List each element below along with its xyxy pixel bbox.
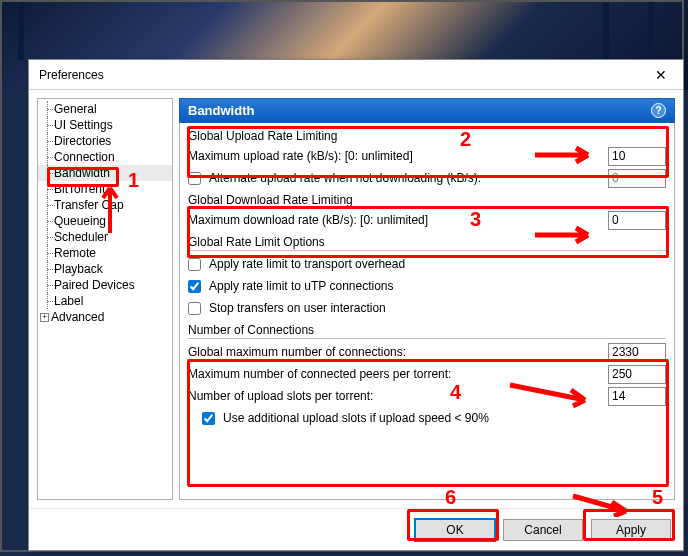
slots-input[interactable] bbox=[608, 387, 666, 406]
alt-upload-input bbox=[608, 169, 666, 188]
slots-label: Number of upload slots per torrent: bbox=[188, 389, 604, 403]
tree-item-general[interactable]: General bbox=[38, 101, 172, 117]
stop-label: Stop transfers on user interaction bbox=[209, 301, 386, 315]
help-icon[interactable]: ? bbox=[651, 103, 666, 118]
max-upload-label: Maximum upload rate (kB/s): [0: unlimite… bbox=[188, 149, 604, 163]
upload-title: Global Upload Rate Limiting bbox=[188, 129, 666, 143]
tree-item-bittorrent[interactable]: BitTorrent bbox=[38, 181, 172, 197]
panel-body: Global Upload Rate Limiting Maximum uplo… bbox=[179, 123, 675, 500]
tree-item-directories[interactable]: Directories bbox=[38, 133, 172, 149]
tree-item-transfer-cap[interactable]: Transfer Cap bbox=[38, 197, 172, 213]
ok-button[interactable]: OK bbox=[415, 519, 495, 541]
utp-label: Apply rate limit to uTP connections bbox=[209, 279, 394, 293]
connections-section: Number of Connections Global maximum num… bbox=[188, 323, 666, 429]
peers-label: Maximum number of connected peers per to… bbox=[188, 367, 604, 381]
download-title: Global Download Rate Limiting bbox=[188, 193, 666, 207]
tree-item-queueing[interactable]: Queueing bbox=[38, 213, 172, 229]
tree-item-connection[interactable]: Connection bbox=[38, 149, 172, 165]
overhead-checkbox[interactable] bbox=[188, 258, 201, 271]
max-download-input[interactable] bbox=[608, 211, 666, 230]
panel-header: Bandwidth ? bbox=[179, 98, 675, 123]
max-upload-input[interactable] bbox=[608, 147, 666, 166]
overhead-label: Apply rate limit to transport overhead bbox=[209, 257, 405, 271]
connections-title: Number of Connections bbox=[188, 323, 666, 339]
tree-item-advanced[interactable]: +Advanced bbox=[38, 309, 172, 325]
alt-upload-label: Alternate upload rate when not downloadi… bbox=[209, 171, 604, 185]
extra-slots-checkbox[interactable] bbox=[202, 412, 215, 425]
category-tree[interactable]: General UI Settings Directories Connecti… bbox=[37, 98, 173, 500]
utp-checkbox[interactable] bbox=[188, 280, 201, 293]
titlebar: Preferences ✕ bbox=[29, 60, 683, 90]
preferences-dialog: Preferences ✕ General UI Settings Direct… bbox=[28, 59, 684, 551]
tree-item-bandwidth[interactable]: Bandwidth bbox=[38, 165, 172, 181]
tree-item-paired-devices[interactable]: Paired Devices bbox=[38, 277, 172, 293]
cancel-button[interactable]: Cancel bbox=[503, 519, 583, 541]
upload-section: Global Upload Rate Limiting Maximum uplo… bbox=[188, 129, 666, 189]
tree-item-remote[interactable]: Remote bbox=[38, 245, 172, 261]
download-section: Global Download Rate Limiting Maximum do… bbox=[188, 193, 666, 231]
tree-item-playback[interactable]: Playback bbox=[38, 261, 172, 277]
global-conn-input[interactable] bbox=[608, 343, 666, 362]
options-section: Global Rate Limit Options Apply rate lim… bbox=[188, 235, 666, 319]
options-title: Global Rate Limit Options bbox=[188, 235, 666, 251]
dialog-footer: OK Cancel Apply bbox=[29, 508, 683, 550]
close-button[interactable]: ✕ bbox=[639, 60, 683, 90]
tree-item-label[interactable]: Label bbox=[38, 293, 172, 309]
dialog-title: Preferences bbox=[39, 60, 104, 90]
tree-item-scheduler[interactable]: Scheduler bbox=[38, 229, 172, 245]
alt-upload-checkbox[interactable] bbox=[188, 172, 201, 185]
extra-slots-label: Use additional upload slots if upload sp… bbox=[223, 411, 489, 425]
tree-item-ui-settings[interactable]: UI Settings bbox=[38, 117, 172, 133]
global-conn-label: Global maximum number of connections: bbox=[188, 345, 604, 359]
stop-checkbox[interactable] bbox=[188, 302, 201, 315]
apply-button[interactable]: Apply bbox=[591, 519, 671, 541]
plus-icon[interactable]: + bbox=[40, 313, 49, 322]
max-download-label: Maximum download rate (kB/s): [0: unlimi… bbox=[188, 213, 604, 227]
peers-input[interactable] bbox=[608, 365, 666, 384]
